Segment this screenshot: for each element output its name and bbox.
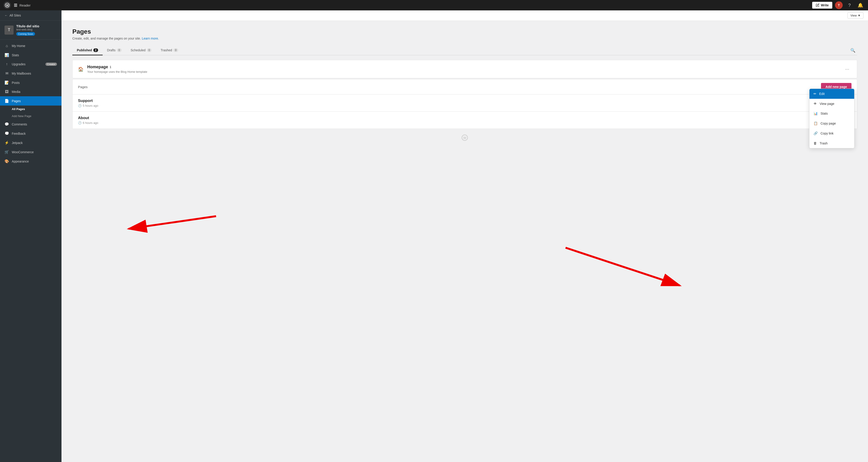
- main-area: View ▼ Pages Create, edit, and manage th…: [61, 10, 868, 462]
- reader-nav[interactable]: Reader: [13, 3, 31, 7]
- support-time: 🕐 5 hours ago: [78, 104, 838, 107]
- main-content: Pages Create, edit, and manage the pages…: [61, 21, 868, 462]
- tabs: Published 2 Drafts 0 Scheduled 0 Trashed…: [72, 45, 857, 55]
- notifications-button[interactable]: 🔔: [856, 1, 864, 9]
- sidebar-item-comments[interactable]: 💬 Comments: [0, 120, 61, 129]
- context-menu-view-page[interactable]: 👁 View page: [809, 99, 854, 109]
- about-info: About 🕐 6 hours ago: [78, 116, 838, 125]
- back-label: All Sites: [9, 13, 21, 17]
- subtitle-text: Create, edit, and manage the pages on yo…: [72, 37, 141, 40]
- homepage-title-text: Homepage: [87, 65, 108, 69]
- context-menu-copy-link[interactable]: 🔗 Copy link: [809, 128, 854, 138]
- homepage-more-button[interactable]: ···: [843, 65, 851, 73]
- pages-icon: 📄: [4, 99, 9, 103]
- main-footer: W: [72, 129, 857, 148]
- context-menu-edit[interactable]: ✏ Edit: [809, 89, 854, 99]
- search-button[interactable]: 🔍: [848, 46, 857, 55]
- homepage-card: 🏠 Homepage ℹ Your homepage uses the Blog…: [72, 60, 857, 78]
- svg-rect-3: [14, 5, 17, 6]
- view-button[interactable]: View ▼: [847, 12, 864, 19]
- svg-rect-2: [14, 4, 17, 4]
- jetpack-icon: ⚡: [4, 141, 9, 145]
- tab-drafts-count: 0: [117, 49, 122, 52]
- about-title: About: [78, 116, 838, 120]
- copy-page-label: Copy page: [820, 122, 836, 125]
- support-title: Support: [78, 98, 838, 103]
- upgrades-badge: Creator: [45, 63, 57, 66]
- add-new-page-label: Add New Page: [12, 114, 31, 118]
- woocommerce-icon: 🛒: [4, 150, 9, 154]
- topbar: W Reader Write T ? 🔔: [0, 0, 868, 10]
- sidebar-item-woocommerce[interactable]: 🛒 WooCommerce: [0, 147, 61, 157]
- all-pages-label: All Pages: [12, 107, 25, 111]
- trash-label: Trash: [819, 142, 828, 145]
- home-icon: ⌂: [4, 44, 9, 48]
- sidebar-label-posts: Posts: [12, 81, 57, 85]
- sidebar-sub-add-new-page[interactable]: Add New Page: [0, 113, 61, 120]
- svg-line-9: [565, 248, 680, 285]
- tab-scheduled-label: Scheduled: [131, 49, 146, 52]
- sidebar-nav: ⌂ My Home 📊 Stats ↑ Upgrades Creator ✉ M…: [0, 39, 61, 462]
- page-item-support: Support 🕐 5 hours ago ⋮: [72, 94, 857, 112]
- coming-soon-badge: Coming Soon: [16, 32, 35, 36]
- sidebar-item-my-home[interactable]: ⌂ My Home: [0, 41, 61, 51]
- homepage-info: Homepage ℹ Your homepage uses the Blog H…: [87, 65, 839, 73]
- sidebar-label-my-home: My Home: [12, 44, 57, 48]
- back-all-sites[interactable]: ← All Sites: [0, 10, 61, 21]
- info-icon[interactable]: ℹ: [110, 65, 111, 69]
- homepage-desc: Your homepage uses the Blog Home templat…: [87, 70, 839, 73]
- sidebar-label-stats: Stats: [12, 53, 57, 57]
- sidebar-sub-all-pages[interactable]: All Pages: [0, 105, 61, 113]
- context-menu-copy-page[interactable]: 📋 Copy page: [809, 118, 854, 128]
- view-label: View: [850, 14, 857, 17]
- write-label: Write: [821, 3, 829, 7]
- view-chevron-icon: ▼: [858, 14, 861, 17]
- reader-label: Reader: [20, 3, 31, 7]
- sidebar-item-appearance[interactable]: 🎨 Appearance: [0, 157, 61, 166]
- sidebar-item-jetpack[interactable]: ⚡ Jetpack: [0, 138, 61, 147]
- site-details: Título del sitio test-web.blog Coming So…: [16, 24, 57, 36]
- learn-more-link[interactable]: Learn more.: [142, 37, 159, 40]
- pages-section-label: Pages: [78, 85, 821, 89]
- sidebar-item-posts[interactable]: 📝 Posts: [0, 78, 61, 87]
- edit-label: Edit: [819, 92, 825, 96]
- stats-menu-icon: 📊: [813, 112, 818, 116]
- site-name: Título del sitio: [16, 24, 57, 28]
- clock-icon: 🕐: [78, 104, 82, 107]
- context-menu-stats[interactable]: 📊 Stats: [809, 109, 854, 118]
- help-button[interactable]: ?: [845, 1, 854, 9]
- tab-drafts[interactable]: Drafts 0: [103, 45, 126, 55]
- sidebar-label-comments: Comments: [12, 123, 57, 126]
- view-page-label: View page: [819, 102, 834, 105]
- mailboxes-icon: ✉: [4, 71, 9, 75]
- tab-trashed[interactable]: Trashed 0: [156, 45, 183, 55]
- sidebar-item-stats[interactable]: 📊 Stats: [0, 51, 61, 60]
- sidebar-label-woocommerce: WooCommerce: [12, 150, 57, 154]
- site-url: test-web.blog: [16, 28, 57, 31]
- sidebar-item-upgrades[interactable]: ↑ Upgrades Creator: [0, 60, 61, 69]
- user-avatar[interactable]: T: [835, 1, 843, 9]
- tab-scheduled[interactable]: Scheduled 0: [126, 45, 156, 55]
- comments-icon: 💬: [4, 122, 9, 126]
- stats-label: Stats: [820, 112, 828, 115]
- sidebar-label-jetpack: Jetpack: [12, 141, 57, 145]
- media-icon: 🖼: [4, 90, 9, 94]
- write-button[interactable]: Write: [812, 2, 832, 8]
- support-time-text: 5 hours ago: [83, 104, 98, 107]
- wp-logo[interactable]: W: [4, 2, 11, 9]
- sidebar-item-media[interactable]: 🖼 Media: [0, 87, 61, 96]
- sidebar-label-pages: Pages: [12, 99, 57, 103]
- site-avatar: T: [4, 26, 13, 35]
- sidebar-item-my-mailboxes[interactable]: ✉ My Mailboxes: [0, 69, 61, 78]
- tab-trashed-label: Trashed: [160, 49, 172, 52]
- sidebar-item-pages[interactable]: 📄 Pages: [0, 96, 61, 105]
- about-time-text: 6 hours ago: [83, 121, 98, 125]
- sidebar-item-feedback[interactable]: 💭 Feedback: [0, 129, 61, 138]
- pages-header: Pages Add new page: [72, 79, 857, 94]
- context-menu-trash[interactable]: 🗑 Trash: [809, 138, 854, 148]
- sidebar-label-appearance: Appearance: [12, 160, 57, 163]
- back-arrow-icon: ←: [4, 13, 8, 17]
- tab-published[interactable]: Published 2: [72, 45, 103, 55]
- appearance-icon: 🎨: [4, 159, 9, 163]
- sidebar-label-feedback: Feedback: [12, 132, 57, 135]
